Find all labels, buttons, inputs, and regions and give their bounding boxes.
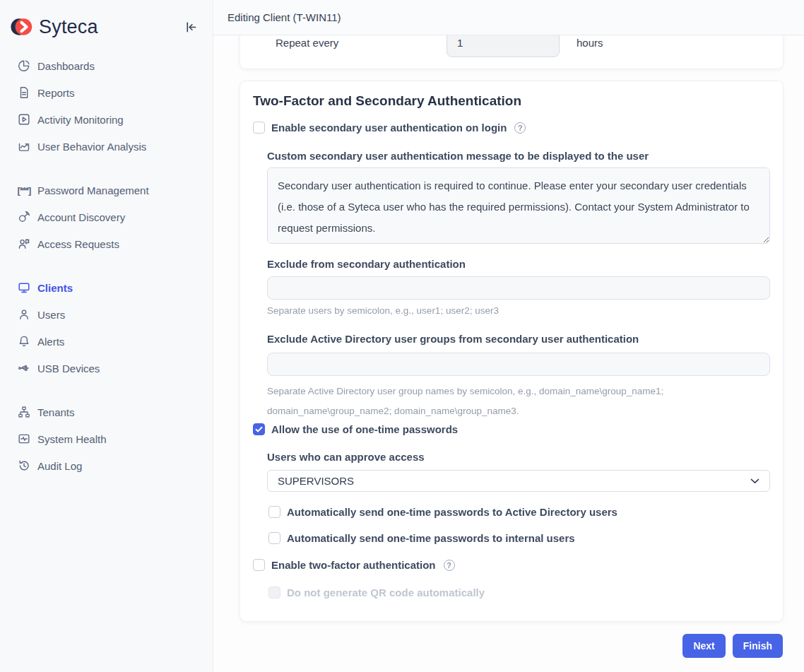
custom-message-label: Custom secondary user authentication mes… — [267, 149, 770, 163]
usb-icon — [17, 361, 31, 375]
enable-2fa-label: Enable two-factor authentication — [271, 559, 436, 571]
no-qr-row: Do not generate QR code automatically — [268, 586, 770, 599]
sidebar-item-label: Audit Log — [37, 460, 82, 472]
nav-group-pam: [***] Password Management Account Discov… — [0, 177, 213, 257]
sidebar: Syteca Dashboards — [0, 0, 213, 672]
sidebar-item-label: Alerts — [37, 336, 64, 348]
sidebar-collapse-icon[interactable] — [183, 19, 199, 35]
content-area: Repeat every hours Two-Factor and Second… — [213, 35, 804, 672]
page-header: Editing Client (T-WIN11) — [213, 0, 804, 35]
auto-send-ad-label: Automatically send one-time passwords to… — [287, 506, 617, 518]
nav-group-analytics: Dashboards Reports Activ — [0, 52, 213, 160]
sidebar-item-reports[interactable]: Reports — [0, 79, 213, 106]
play-square-icon — [17, 112, 31, 126]
auto-send-internal-label: Automatically send one-time passwords to… — [287, 532, 575, 544]
section-title: Two-Factor and Secondary Authentication — [253, 93, 770, 110]
logo-row: Syteca — [0, 0, 213, 40]
history-clock-icon — [17, 459, 31, 473]
brand-name: Syteca — [39, 16, 98, 38]
nav-group-system: Tenants System Health — [0, 399, 213, 479]
sidebar-item-label: Access Requests — [37, 238, 119, 250]
app-window: Syteca Dashboards — [0, 0, 804, 672]
enable-2fa-row: Enable two-factor authentication ? — [253, 559, 770, 571]
svg-text:?: ? — [27, 240, 29, 243]
approvers-select[interactable]: SUPERVISORS — [267, 470, 770, 492]
no-qr-checkbox — [268, 586, 280, 599]
secondary-auth-settings: Custom secondary user authentication mes… — [267, 149, 770, 421]
otp-settings: Users who can approve access SUPERVISORS… — [267, 450, 770, 544]
pie-chart-icon — [17, 59, 31, 73]
enable-secondary-auth-checkbox[interactable] — [253, 122, 265, 134]
sidebar-item-label: Password Management — [37, 184, 149, 196]
sidebar-item-clients[interactable]: Clients — [0, 274, 213, 301]
sidebar-item-tenants[interactable]: Tenants — [0, 399, 213, 425]
allow-otp-checkbox[interactable] — [253, 423, 265, 435]
org-chart-icon — [17, 405, 31, 419]
finish-button[interactable]: Finish — [733, 634, 783, 658]
approvers-label: Users who can approve access — [267, 450, 770, 464]
hours-unit-label: hours — [577, 37, 603, 49]
sidebar-item-system-health[interactable]: System Health — [0, 425, 213, 452]
document-icon — [17, 86, 31, 100]
sidebar-item-label: Tenants — [37, 406, 75, 418]
sidebar-item-usb-devices[interactable]: USB Devices — [0, 355, 213, 382]
enable-2fa-checkbox[interactable] — [253, 559, 265, 571]
sidebar-item-password-management[interactable]: [***] Password Management — [0, 177, 213, 204]
auto-send-internal-row: Automatically send one-time passwords to… — [268, 532, 770, 544]
main-area: Editing Client (T-WIN11) Repeat every ho… — [213, 0, 804, 672]
sidebar-item-dashboards[interactable]: Dashboards — [0, 52, 213, 79]
exclude-groups-hint: Separate Active Directory user group nam… — [267, 382, 677, 421]
sidebar-item-label: Clients — [37, 282, 73, 294]
pulse-monitor-icon — [17, 432, 31, 446]
password-brackets-icon: [***] — [17, 183, 31, 197]
help-icon[interactable]: ? — [444, 560, 455, 571]
sidebar-item-label: System Health — [37, 433, 107, 445]
bell-icon — [17, 334, 31, 348]
allow-otp-row: Allow the use of one-time passwords — [253, 423, 770, 435]
sidebar-item-label: User Behavior Analysis — [37, 141, 146, 153]
chevron-down-icon — [750, 478, 759, 484]
syteca-logo-icon — [10, 15, 34, 39]
exclude-users-label: Exclude from secondary authentication — [267, 257, 770, 271]
auto-send-internal-checkbox[interactable] — [268, 532, 280, 544]
custom-message-textarea[interactable]: Secondary user authentication is require… — [267, 167, 770, 244]
discovery-loupe-icon — [17, 210, 31, 224]
person-icon — [17, 307, 31, 322]
enable-secondary-auth-row: Enable secondary user authentication on … — [253, 122, 770, 134]
schedule-card: Repeat every hours — [240, 35, 783, 69]
sidebar-item-account-discovery[interactable]: Account Discovery — [0, 204, 213, 230]
approvers-selected-value: SUPERVISORS — [278, 475, 354, 487]
sidebar-item-user-behavior-analysis[interactable]: User Behavior Analysis — [0, 133, 213, 160]
sidebar-item-label: USB Devices — [37, 362, 100, 375]
next-button[interactable]: Next — [682, 634, 725, 658]
page-title: Editing Client (T-WIN11) — [227, 11, 341, 23]
auto-send-ad-row: Automatically send one-time passwords to… — [268, 506, 770, 518]
auto-send-ad-checkbox[interactable] — [268, 506, 280, 518]
person-question-icon: ? — [17, 237, 31, 251]
exclude-groups-input[interactable] — [267, 353, 770, 376]
sidebar-item-alerts[interactable]: Alerts — [0, 328, 213, 355]
exclude-users-hint: Separate users by semicolon, e.g., user1… — [267, 305, 770, 317]
two-factor-card: Two-Factor and Secondary Authentication … — [240, 81, 783, 621]
sidebar-item-label: Activity Monitoring — [37, 114, 124, 126]
allow-otp-label: Allow the use of one-time passwords — [271, 423, 458, 435]
sidebar-item-activity-monitoring[interactable]: Activity Monitoring — [0, 106, 213, 133]
repeat-every-input[interactable] — [447, 35, 560, 57]
no-qr-label: Do not generate QR code automatically — [287, 586, 485, 599]
sidebar-item-users[interactable]: Users — [0, 301, 213, 328]
sidebar-item-label: Dashboards — [37, 60, 95, 72]
sidebar-item-label: Reports — [37, 87, 75, 99]
help-icon[interactable]: ? — [514, 122, 526, 134]
nav-group-endpoints: Clients Users Alerts — [0, 274, 213, 382]
wizard-footer: Next Finish — [240, 634, 783, 658]
sidebar-item-audit-log[interactable]: Audit Log — [0, 452, 213, 479]
monitor-icon — [17, 281, 31, 295]
exclude-users-input[interactable] — [267, 276, 770, 300]
sidebar-item-access-requests[interactable]: ? Access Requests — [0, 230, 213, 257]
exclude-groups-label: Exclude Active Directory user groups fro… — [267, 332, 770, 346]
sidebar-item-label: Account Discovery — [37, 211, 125, 223]
repeat-every-label: Repeat every — [276, 37, 447, 49]
sidebar-item-label: Users — [37, 309, 65, 321]
checkmark-icon — [254, 425, 264, 434]
line-chart-icon — [17, 139, 31, 153]
